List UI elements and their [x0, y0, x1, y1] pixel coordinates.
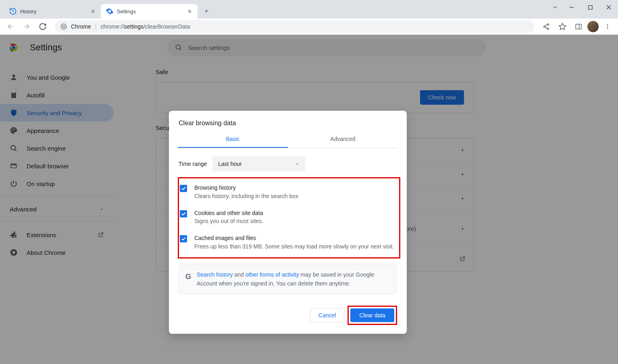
options-highlight: Browsing history Clears history, includi… [178, 177, 400, 259]
tab-settings-title: Settings [117, 8, 136, 14]
checkbox-browsing-history[interactable] [180, 185, 187, 192]
svg-rect-1 [588, 5, 592, 9]
checkbox-cookies[interactable] [180, 210, 187, 217]
dialog-actions: Cancel Clear data [169, 294, 407, 334]
option-browsing-history[interactable]: Browsing history Clears history, includi… [180, 180, 397, 205]
clear-data-button[interactable]: Clear data [350, 308, 394, 322]
check-icon [181, 211, 186, 217]
clear-browsing-data-dialog: Clear browsing data Basic Advanced Time … [169, 111, 407, 334]
side-panel-button[interactable] [571, 19, 586, 34]
svg-point-8 [547, 28, 549, 29]
reload-icon [39, 23, 47, 31]
star-icon [558, 23, 566, 31]
forward-button[interactable] [19, 19, 34, 34]
option-title: Cached images and files [194, 234, 397, 242]
option-desc: Frees up less than 319 MB. Some sites ma… [194, 242, 397, 251]
window-minimize[interactable] [562, 0, 581, 14]
tab-history[interactable]: History ✕ [4, 4, 101, 19]
tab-search-button[interactable] [548, 0, 562, 14]
tab-settings[interactable]: Settings ✕ [101, 4, 198, 19]
svg-marker-9 [559, 23, 566, 30]
option-desc: Clears history, including in the search … [194, 192, 397, 201]
tab-history-close[interactable]: ✕ [89, 8, 96, 14]
tab-history-title: History [20, 8, 36, 14]
option-cache[interactable]: Cached images and files Frees up less th… [180, 230, 397, 256]
tab-basic[interactable]: Basic [178, 131, 288, 148]
tab-advanced[interactable]: Advanced [288, 131, 398, 148]
cancel-button[interactable]: Cancel [310, 308, 345, 323]
time-range-value: Last hour [218, 161, 241, 167]
dialog-tabs: Basic Advanced [178, 131, 398, 148]
arrow-left-icon [6, 23, 15, 31]
svg-point-14 [607, 28, 608, 29]
svg-point-4 [61, 24, 66, 29]
window-close[interactable] [599, 0, 618, 14]
close-icon [606, 5, 611, 10]
check-icon [181, 186, 186, 191]
reload-button[interactable] [35, 19, 50, 34]
link-other-activity[interactable]: other forms of activity [246, 271, 299, 278]
profile-avatar[interactable] [587, 21, 599, 32]
bookmark-button[interactable] [555, 19, 570, 34]
link-search-history[interactable]: Search history [197, 271, 233, 278]
maximize-icon [588, 5, 593, 10]
svg-point-5 [62, 25, 65, 27]
option-title: Browsing history [194, 184, 397, 192]
gear-icon [106, 7, 114, 15]
address-bar[interactable]: Chrome | chrome://settings/clearBrowserD… [55, 20, 534, 33]
svg-rect-10 [576, 24, 581, 29]
check-icon [181, 236, 186, 242]
tab-strip: History ✕ Settings ✕ + [0, 0, 618, 19]
option-title: Cookies and other site data [194, 209, 397, 217]
dots-vertical-icon [604, 23, 611, 30]
chevron-down-icon [552, 4, 558, 10]
dialog-title: Clear browsing data [169, 111, 407, 131]
share-button[interactable] [539, 19, 553, 34]
svg-point-12 [607, 24, 608, 25]
omnibox-sep: | [95, 23, 97, 30]
history-icon [9, 7, 17, 15]
omnibox-url: chrome://settings/clearBrowserData [100, 23, 190, 30]
caret-down-icon [295, 161, 300, 166]
share-icon [543, 23, 550, 30]
chrome-icon [60, 23, 67, 30]
back-button[interactable] [3, 19, 18, 34]
svg-point-7 [547, 24, 549, 25]
time-range-label: Time range [179, 161, 207, 167]
google-g-icon: G [185, 271, 191, 288]
content-area: Settings Search settings You and Google … [0, 35, 618, 364]
svg-point-6 [544, 26, 545, 27]
option-desc: Signs you out of most sites. [194, 217, 397, 225]
time-range-select[interactable]: Last hour [212, 156, 305, 172]
side-panel-icon [575, 23, 582, 30]
new-tab-button[interactable]: + [201, 6, 212, 17]
browser-chrome: History ✕ Settings ✕ + Chrome | chrome:/… [0, 0, 618, 35]
tab-settings-close[interactable]: ✕ [186, 8, 193, 14]
minimize-icon [569, 5, 574, 10]
toolbar: Chrome | chrome://settings/clearBrowserD… [0, 19, 618, 35]
info-box: G Search history and other forms of acti… [179, 264, 397, 294]
clear-data-highlight: Clear data [347, 306, 397, 325]
window-controls [548, 0, 618, 14]
option-cookies[interactable]: Cookies and other site data Signs you ou… [180, 205, 397, 231]
window-maximize[interactable] [581, 0, 599, 14]
time-range-row: Time range Last hour [169, 148, 407, 176]
omnibox-scheme: Chrome [71, 23, 91, 30]
info-text: Search history and other forms of activi… [197, 270, 390, 288]
chrome-menu-button[interactable] [600, 19, 615, 34]
arrow-right-icon [23, 23, 31, 31]
svg-point-13 [607, 26, 608, 27]
checkbox-cache[interactable] [180, 235, 187, 242]
